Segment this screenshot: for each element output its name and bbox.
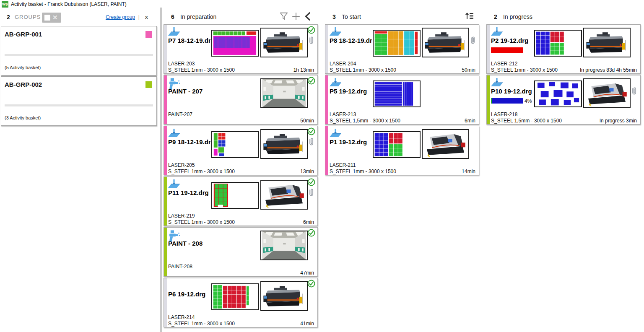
machine-label: LASER-211: [330, 162, 356, 168]
job-card[interactable]: P7 18-12-19.drgLASER-203S_STEEL 1mm - 30…: [164, 24, 318, 74]
attachment-paperclip-icon[interactable]: [631, 87, 638, 95]
job-card[interactable]: P11 19-12.drgLASER-219S_STEEL 1mm - 3000…: [164, 176, 318, 226]
add-icon[interactable]: [291, 12, 301, 21]
laser-icon: [168, 179, 180, 189]
groups-count: 2: [7, 14, 10, 21]
job-card[interactable]: P1 19-12.drgLASER-211S_STEEL 1mm - 3000 …: [325, 126, 479, 175]
group-color-swatch: [145, 81, 152, 88]
duration-label: In progress 83d 4h 55min: [580, 67, 637, 73]
status-color-bar: [487, 25, 490, 73]
groups-label: GROUPS: [15, 14, 41, 20]
status-color-bar: [325, 126, 328, 175]
duration-label: 50min: [300, 118, 314, 124]
window-title: Activity basket - Franck Dubuisson (LASE…: [11, 1, 127, 7]
job-card[interactable]: PAINT - 207PAINT-20750min: [164, 75, 318, 124]
progress-percent: 4%: [525, 98, 532, 104]
column-header: 3To start: [325, 9, 479, 24]
job-title: P8 18-12-19.drg: [330, 37, 372, 44]
validated-check-icon: [307, 127, 315, 135]
nesting-preview: [373, 80, 421, 107]
material-label: S_STEEL 1mm - 3000 x 1500: [330, 169, 396, 174]
machine-photo: [260, 281, 308, 311]
material-label: S_STEEL 1mm - 3000 x 1500: [168, 67, 235, 73]
job-title: P11 19-12.drg: [168, 189, 209, 196]
filter-icon[interactable]: [279, 12, 288, 21]
progress-bar: [491, 98, 523, 104]
job-title: P5 19-12.drg: [330, 88, 367, 95]
job-card[interactable]: PAINT - 208PAINT-20847min: [164, 227, 318, 277]
nesting-preview: [211, 30, 259, 57]
board-column: 6In preparationP7 18-12-19.drgLASER-203S…: [164, 9, 318, 329]
machine-label: PAINT-208: [168, 264, 192, 270]
material-label: S_STEEL 1mm - 3000 x 1500: [168, 219, 235, 225]
header-separator: |: [138, 14, 140, 20]
column-count: 6: [171, 13, 174, 20]
job-card[interactable]: P2 19-12.drgLASER-212S_STEEL 1mm - 3000 …: [486, 24, 641, 74]
status-color-bar: [164, 228, 167, 276]
status-color-bar: [325, 25, 328, 73]
material-label: S_STEEL 1mm - 3000 x 1500: [491, 67, 558, 73]
machine-photo: [260, 231, 308, 260]
job-title: P6 19-12.drg: [168, 290, 205, 298]
job-card[interactable]: P9 18-12-19.drgLASER-205S_STEEL 1mm - 30…: [164, 126, 318, 175]
card-view-icon[interactable]: [44, 15, 50, 21]
job-card[interactable]: P10 19-12.drg4%LASER-218S_STEEL 1,5mm - …: [486, 75, 641, 124]
duration-label: 50min: [462, 67, 475, 73]
group-card[interactable]: AB-GRP-001(5 Activity basket): [1, 26, 157, 75]
status-color-bar: [164, 75, 167, 124]
close-panel-button[interactable]: x: [145, 14, 148, 20]
column-title: In progress: [503, 13, 532, 20]
laser-icon: [329, 27, 342, 37]
group-basket-count: (3 Activity basket): [5, 115, 41, 120]
machine-photo: [583, 78, 631, 108]
group-progress-track: [5, 54, 153, 56]
machine-photo: [260, 180, 308, 210]
nesting-preview: [211, 283, 259, 310]
create-group-link[interactable]: Create group: [106, 14, 135, 20]
attachment-paperclip-icon[interactable]: [469, 36, 476, 44]
duration-label: 47min: [300, 270, 314, 276]
status-color-bar: [325, 75, 328, 124]
laser-icon: [168, 128, 180, 138]
nesting-preview: [373, 30, 421, 57]
column-title: To start: [342, 13, 361, 20]
group-color-swatch: [145, 31, 152, 38]
material-label: S_STEEL 1,5mm - 3000 x 1500: [491, 118, 562, 124]
validated-check-icon: [307, 280, 315, 288]
machine-label: LASER-203: [168, 61, 195, 67]
progress-bar: [491, 47, 523, 53]
duration-label: 6min: [303, 219, 314, 225]
machine-photo: [260, 129, 308, 159]
group-basket-count: (5 Activity basket): [5, 65, 41, 70]
column-header: 6In preparation: [164, 9, 318, 24]
job-card[interactable]: P6 19-12.drgLASER-214S_STEEL 1mm - 3000 …: [164, 278, 318, 327]
paint-icon: [168, 78, 180, 88]
progress-segment: [492, 98, 523, 104]
attachment-paperclip-icon[interactable]: [308, 137, 315, 146]
job-card[interactable]: P8 18-12-19.drgLASER-204S_STEEL 1mm - 30…: [325, 24, 479, 74]
paint-icon: [168, 230, 180, 240]
column-title: In preparation: [180, 13, 216, 20]
attachment-paperclip-icon[interactable]: [308, 188, 315, 197]
clear-selection-icon[interactable]: ✕: [52, 13, 58, 22]
job-title: P10 19-12.drg: [491, 88, 533, 95]
machine-label: LASER-213: [330, 112, 356, 117]
machine-label: PAINT-207: [168, 112, 192, 117]
job-title: P2 19-12.drg: [491, 37, 528, 44]
job-title: PAINT - 208: [168, 240, 203, 247]
groups-header: 2 GROUPS ✕ Create group | x: [0, 12, 158, 24]
group-progress-track: [5, 104, 153, 106]
duration-label: 13min: [300, 169, 314, 174]
collapse-icon[interactable]: [304, 12, 313, 21]
attachment-paperclip-icon[interactable]: [308, 36, 315, 44]
groups-sidebar: 2 GROUPS ✕ Create group | x AB-GRP-001(5…: [0, 8, 158, 332]
job-title: P1 19-12.drg: [330, 138, 367, 145]
job-card[interactable]: P5 19-12.drgLASER-213S_STEEL 1,5mm - 300…: [325, 75, 479, 124]
group-card[interactable]: AB-GRP-002(3 Activity basket): [1, 76, 157, 126]
validated-check-icon: [307, 26, 315, 34]
group-list: AB-GRP-001(5 Activity basket)AB-GRP-002(…: [0, 26, 157, 127]
move-top-icon[interactable]: [465, 12, 474, 21]
group-view-toggle[interactable]: ✕: [42, 13, 61, 23]
column-header: 2In progress: [486, 9, 641, 24]
machine-photo: [260, 78, 308, 108]
